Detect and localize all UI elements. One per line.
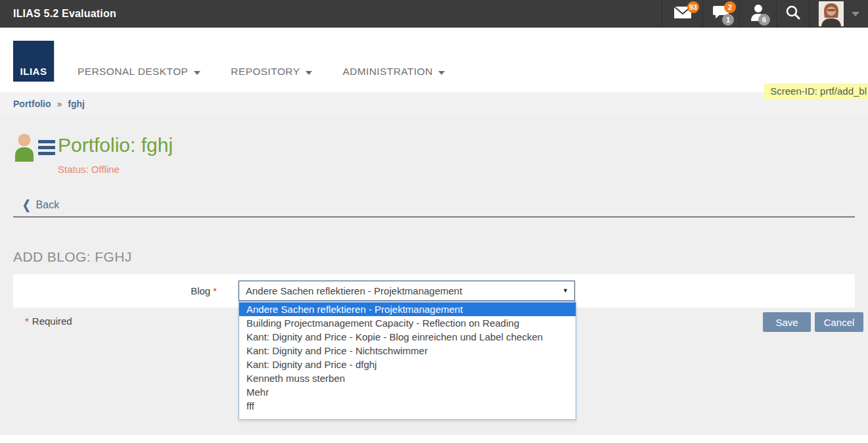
dropdown-option[interactable]: Mehr bbox=[239, 385, 576, 399]
dropdown-option[interactable]: Kenneth muss sterben bbox=[239, 371, 576, 385]
ilias-logo[interactable]: ILIAS bbox=[13, 41, 54, 82]
portfolio-icon bbox=[13, 133, 57, 164]
nav-administration-label: ADMINISTRATION bbox=[342, 66, 432, 78]
chevron-down-icon bbox=[194, 71, 200, 75]
save-button[interactable]: Save bbox=[763, 312, 811, 332]
breadcrumb: Portfolio » fghj bbox=[0, 92, 868, 116]
chat-button[interactable]: 2 1 bbox=[702, 0, 739, 28]
blog-select[interactable]: Andere Sachen reflektieren - Projektmana… bbox=[239, 281, 575, 301]
dropdown-option[interactable]: Andere Sachen reflektieren - Projektmana… bbox=[239, 302, 576, 316]
dropdown-option[interactable]: Kant: Dignity and Price - Nichtschwimmer bbox=[239, 344, 576, 358]
required-note: *Required bbox=[25, 315, 72, 327]
required-label: Required bbox=[32, 315, 72, 327]
main-header: ILIAS PERSONAL DESKTOP REPOSITORY ADMINI… bbox=[0, 28, 868, 92]
contacts-button[interactable]: 6 bbox=[739, 0, 776, 28]
nav-repository-label: REPOSITORY bbox=[231, 66, 300, 78]
blog-field-label: Blog* bbox=[13, 285, 217, 296]
chevron-down-icon bbox=[306, 71, 312, 75]
dropdown-option[interactable]: Building Projectmanagement Capacity - Re… bbox=[239, 316, 576, 330]
dropdown-option[interactable]: Kant: Dignity and Price - dfghj bbox=[239, 358, 576, 371]
required-asterisk: * bbox=[213, 285, 217, 296]
contacts-badge: 6 bbox=[758, 14, 770, 26]
chevron-down-icon bbox=[438, 71, 445, 75]
back-button[interactable]: ❮ Back bbox=[22, 199, 59, 211]
main-navigation: PERSONAL DESKTOP REPOSITORY ADMINISTRATI… bbox=[78, 66, 475, 78]
nav-repository[interactable]: REPOSITORY bbox=[231, 66, 312, 78]
toolbar-divider bbox=[13, 216, 855, 218]
required-asterisk: * bbox=[25, 315, 29, 327]
avatar bbox=[819, 1, 844, 26]
search-icon bbox=[785, 5, 801, 23]
mail-button[interactable]: 93 bbox=[662, 0, 702, 28]
nav-personal-desktop[interactable]: PERSONAL DESKTOP bbox=[78, 66, 200, 78]
breadcrumb-portfolio[interactable]: Portfolio bbox=[13, 99, 51, 109]
topbar-icon-strip: 93 2 1 6 bbox=[662, 0, 868, 28]
user-menu[interactable] bbox=[809, 0, 868, 28]
dropdown-option[interactable]: Kant: Dignity and Price - Kopie - Blog e… bbox=[239, 330, 576, 344]
form-heading: ADD BLOG: FGHJ bbox=[13, 249, 132, 265]
top-header-bar: ILIAS 5.2 Evaluation 93 2 1 bbox=[0, 0, 868, 28]
status-text: Status: Offline bbox=[58, 164, 120, 175]
back-label: Back bbox=[36, 199, 60, 211]
select-caret-icon: ▼ bbox=[562, 287, 568, 294]
app-title: ILIAS 5.2 Evaluation bbox=[13, 8, 116, 20]
mail-badge: 93 bbox=[687, 1, 699, 13]
user-menu-caret-icon bbox=[852, 12, 859, 16]
blog-select-value: Andere Sachen reflektieren - Projektmana… bbox=[246, 281, 462, 300]
breadcrumb-separator: » bbox=[57, 99, 62, 109]
blog-label-text: Blog bbox=[191, 285, 210, 296]
nav-personal-desktop-label: PERSONAL DESKTOP bbox=[78, 66, 188, 78]
cancel-button[interactable]: Cancel bbox=[815, 312, 863, 332]
blog-dropdown-list: Andere Sachen reflektieren - Projektmana… bbox=[239, 301, 576, 420]
nav-administration[interactable]: ADMINISTRATION bbox=[342, 66, 445, 78]
screen-id-badge: Screen-ID: prtf/add_bl bbox=[764, 83, 868, 99]
chat-badge-total: 1 bbox=[722, 14, 734, 26]
dropdown-option[interactable]: fff bbox=[239, 399, 576, 413]
page-title: Portfolio: fghj bbox=[58, 134, 173, 156]
search-button[interactable] bbox=[776, 0, 809, 28]
chevron-left-icon: ❮ bbox=[22, 198, 31, 213]
chat-badge-unread: 2 bbox=[724, 1, 736, 13]
breadcrumb-current[interactable]: fghj bbox=[68, 99, 85, 109]
content-area: Portfolio: fghj Status: Offline ❮ Back A… bbox=[0, 116, 868, 435]
footer-strip bbox=[0, 435, 868, 443]
